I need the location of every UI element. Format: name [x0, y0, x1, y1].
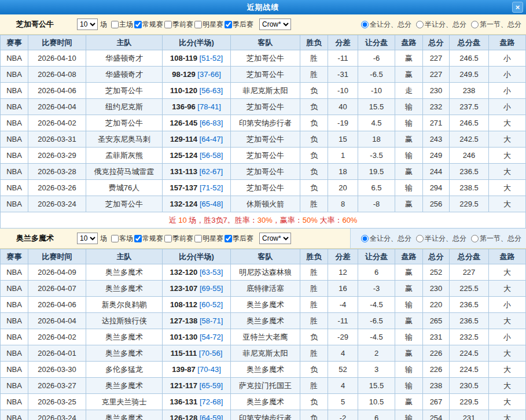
checkbox-input[interactable]: [225, 21, 232, 28]
checkbox-input[interactable]: [164, 235, 172, 242]
games-count-select[interactable]: 10: [77, 233, 98, 244]
handicap-result-cell: 赢: [395, 313, 423, 329]
result-cell: 负: [300, 164, 328, 180]
league-cell: NBA: [1, 394, 28, 410]
diff-cell: -19: [328, 115, 358, 131]
filter-checkbox[interactable]: 客场: [111, 234, 133, 244]
result-cell: 胜: [300, 297, 328, 313]
filter-checkbox[interactable]: 常规赛: [134, 20, 163, 30]
filter-checkbox[interactable]: 季后赛: [225, 234, 253, 244]
league-cell: NBA: [1, 180, 28, 196]
handicap-line-cell: -8: [358, 196, 395, 212]
home-team-cell: 奥兰多魔术: [86, 329, 163, 345]
bookmaker-select[interactable]: Crow*: [259, 233, 291, 244]
table-header-row: 赛事比赛时间主队比分(半场)客队胜负分差让分盘盘路总分总分盘盘路: [1, 249, 526, 264]
total-line-cell: 225.5: [450, 281, 489, 297]
handicap-line-cell: -3: [358, 281, 395, 297]
checkbox-input[interactable]: [134, 235, 142, 242]
checkbox-input[interactable]: [134, 21, 142, 28]
result-cell: 负: [300, 394, 328, 410]
result-cell: 负: [300, 83, 328, 99]
radio-input[interactable]: [416, 21, 424, 28]
filter-checkbox[interactable]: 主场: [111, 20, 133, 30]
total-points-cell: 252: [423, 264, 450, 281]
radio-input[interactable]: [471, 21, 479, 28]
over-under-result-cell: 大: [489, 313, 526, 329]
score-cell: 126-145 [66-83]: [163, 115, 231, 131]
game-row: NBA2026-04-10华盛顿奇才108-119 [51-52]芝加哥公牛胜-…: [1, 50, 526, 67]
games-table: 赛事比赛时间主队比分(半场)客队胜负分差让分盘盘路总分总分盘盘路NBA2026-…: [0, 35, 526, 212]
column-header: 主队: [86, 35, 163, 50]
score-cell: 108-112 [60-52]: [163, 297, 231, 313]
handicap-result-cell: 赢: [395, 196, 423, 212]
handicap-line-cell: 6: [358, 264, 395, 281]
odds-mode-radio[interactable]: 全让分、总分: [361, 20, 411, 30]
filter-checkbox[interactable]: 明星赛: [194, 234, 223, 244]
checkbox-input[interactable]: [225, 235, 232, 242]
handicap-result-cell: 赢: [395, 281, 423, 297]
result-cell: 负: [300, 115, 328, 131]
league-cell: NBA: [1, 83, 28, 99]
radio-input[interactable]: [471, 235, 479, 242]
filter-checkbox[interactable]: 常规赛: [134, 234, 163, 244]
checkbox-input[interactable]: [194, 21, 202, 28]
date-cell: 2026-03-24: [28, 410, 86, 420]
league-cell: NBA: [1, 67, 28, 83]
odds-mode-radio[interactable]: 全让分、总分: [361, 234, 411, 244]
league-cell: NBA: [1, 196, 28, 212]
total-line-cell: 224.5: [450, 345, 489, 362]
handicap-result-cell: 走: [395, 83, 423, 99]
total-line-cell: 224.5: [450, 362, 489, 378]
half-score: [64-47]: [197, 135, 223, 143]
final-score: 129-114: [170, 135, 197, 143]
score-cell: 129-114 [64-47]: [163, 131, 231, 148]
checkbox-input[interactable]: [164, 21, 172, 28]
diff-cell: 18: [328, 164, 358, 180]
over-under-result-cell: 小: [489, 67, 526, 83]
home-team-cell: 圣安东尼奥马刺: [86, 131, 163, 148]
bookmaker-select[interactable]: Crow*: [259, 19, 291, 30]
diff-cell: -29: [328, 329, 358, 345]
column-header: 比赛时间: [28, 249, 86, 264]
odds-mode-radio[interactable]: 第一节、总分: [471, 234, 521, 244]
radio-input[interactable]: [361, 235, 369, 242]
team-name: 芝加哥公牛: [16, 19, 54, 30]
radio-input[interactable]: [416, 235, 424, 242]
radio-input[interactable]: [361, 21, 369, 28]
games-count-select[interactable]: 10: [77, 19, 98, 30]
filter-checkbox[interactable]: 季后赛: [225, 20, 253, 30]
game-row: NBA2026-04-04纽约尼克斯136-96 [78-41]芝加哥公牛负40…: [1, 99, 526, 115]
score-cell: 131-113 [62-67]: [163, 164, 231, 180]
odds-mode-radio[interactable]: 第一节、总分: [471, 20, 521, 30]
filter-checkbox[interactable]: 季前赛: [164, 234, 193, 244]
column-header: 盘路: [489, 35, 526, 50]
diff-cell: 15: [328, 131, 358, 148]
home-team-cell: 多伦多猛龙: [86, 362, 163, 378]
diff-cell: 16: [328, 281, 358, 297]
half-score: [56-58]: [197, 151, 223, 160]
league-cell: NBA: [1, 264, 28, 281]
filter-checkbox[interactable]: 明星赛: [194, 20, 223, 30]
result-cell: 负: [300, 180, 328, 196]
over-under-result-cell: 大: [489, 131, 526, 148]
half-score: [64-59]: [197, 414, 223, 420]
filter-checkbox[interactable]: 季前赛: [164, 20, 193, 30]
total-line-cell: 249.5: [450, 67, 489, 83]
result-cell: 胜: [300, 281, 328, 297]
diff-cell: 8: [328, 196, 358, 212]
final-score: 126-128: [170, 414, 198, 420]
half-score: [66-83]: [197, 119, 223, 127]
away-team-cell: 印第安纳步行者: [231, 115, 300, 131]
total-points-cell: 243: [423, 131, 450, 148]
close-icon[interactable]: ×: [512, 2, 523, 13]
date-cell: 2026-04-04: [28, 99, 86, 115]
checkbox-input[interactable]: [111, 21, 119, 28]
checkbox-input[interactable]: [111, 235, 119, 242]
column-header: 主队: [86, 249, 163, 264]
away-team-cell: 印第安纳步行者: [231, 410, 300, 420]
total-line-cell: 246.5: [450, 50, 489, 67]
odds-mode-radio[interactable]: 半让分、总分: [416, 234, 466, 244]
league-cell: NBA: [1, 281, 28, 297]
odds-mode-radio[interactable]: 半让分、总分: [416, 20, 466, 30]
checkbox-input[interactable]: [194, 235, 202, 242]
